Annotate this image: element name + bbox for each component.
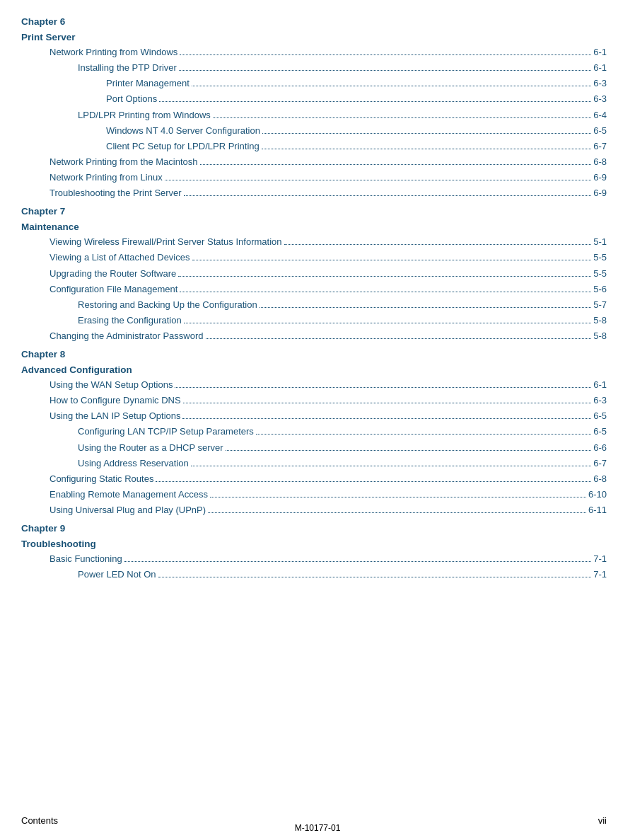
toc-entry-text: Using Universal Plug and Play (UPnP) (49, 502, 206, 518)
toc-entry-text: Upgrading the Router Software (49, 266, 176, 282)
toc-dots (256, 434, 591, 435)
toc-dots (156, 481, 591, 482)
toc-entry: How to Configure Dynamic DNS6-3 (21, 393, 607, 408)
toc-dots (262, 149, 591, 149)
toc-dots (183, 403, 592, 403)
chapter-label-ch8: Chapter 8 (21, 347, 607, 362)
toc-entry: Printer Management6-3 (21, 76, 607, 91)
toc-page-number: 5-8 (593, 328, 607, 344)
toc-entry: Configuration File Management5-6 (21, 282, 607, 297)
toc-page-number: 6-7 (593, 139, 607, 154)
toc-page-number: 6-5 (593, 424, 607, 439)
toc-dots (226, 450, 592, 451)
chapter-block-ch9: Chapter 9TroubleshootingBasic Functionin… (21, 521, 607, 582)
footer-doc-number: M-10177-01 (295, 823, 341, 833)
chapter-title-ch8: Advanced Configuration (21, 362, 607, 378)
toc-dots (180, 292, 591, 292)
toc-entry-text: Configuring LAN TCP/IP Setup Parameters (78, 424, 254, 439)
toc-page-number: 6-5 (593, 408, 607, 424)
toc-entry-text: Viewing a List of Attached Devices (49, 250, 190, 265)
toc-dots (178, 276, 591, 277)
toc-entry-text: Changing the Administrator Password (49, 328, 204, 344)
toc-page-number: 6-1 (593, 377, 607, 393)
toc-entry-text: Network Printing from Windows (49, 45, 177, 60)
chapter-block-ch6: Chapter 6Print ServerNetwork Printing fr… (21, 14, 607, 201)
toc-dots (213, 117, 591, 118)
toc-page-number: 7-1 (593, 551, 607, 567)
toc-entry: LPD/LPR Printing from Windows6-4 (21, 108, 607, 123)
toc-dots (200, 164, 592, 165)
toc-entry-text: Power LED Not On (78, 567, 156, 582)
toc-entry: Restoring and Backing Up the Configurati… (21, 297, 607, 313)
toc-dots (210, 497, 586, 497)
toc-dots (184, 195, 592, 196)
chapter-label-ch7: Chapter 7 (21, 204, 607, 219)
toc-page-number: 6-8 (593, 471, 607, 487)
toc-entry: Using the LAN IP Setup Options6-5 (21, 408, 607, 424)
toc-entry-text: Viewing Wireless Firewall/Print Server S… (49, 234, 282, 250)
toc-page-number: 5-7 (593, 297, 607, 313)
toc-entry: Configuring Static Routes6-8 (21, 471, 607, 487)
toc-entry-text: LPD/LPR Printing from Windows (78, 108, 211, 123)
toc-entry-text: Printer Management (106, 76, 190, 91)
toc-entry: Port Options6-3 (21, 91, 607, 107)
toc-dots (182, 418, 591, 419)
chapter-title-ch7: Maintenance (21, 219, 607, 235)
toc-entry-text: Windows NT 4.0 Server Configuration (106, 123, 260, 139)
chapter-title-ch9: Troubleshooting (21, 536, 607, 552)
toc-entry-text: Using the Router as a DHCP server (78, 440, 223, 456)
toc-page-number: 6-8 (593, 154, 607, 170)
toc-entry: Using the Router as a DHCP server6-6 (21, 440, 607, 456)
toc-page-number: 6-3 (593, 76, 607, 91)
toc-dots (262, 133, 591, 134)
toc-page-number: 6-4 (593, 108, 607, 123)
toc-dots (180, 54, 591, 55)
toc-entry-text: Basic Functioning (49, 551, 122, 567)
toc-entry: Network Printing from the Macintosh6-8 (21, 154, 607, 170)
toc-page-number: 5-6 (593, 282, 607, 297)
chapter-label-ch6: Chapter 6 (21, 14, 607, 30)
toc-entry: Configuring LAN TCP/IP Setup Parameters6… (21, 424, 607, 439)
toc-dots (158, 577, 592, 577)
toc-entry: Viewing a List of Attached Devices5-5 (21, 250, 607, 265)
chapter-block-ch7: Chapter 7MaintenanceViewing Wireless Fir… (21, 204, 607, 344)
toc-entry: Using Address Reservation6-7 (21, 456, 607, 471)
toc-entry-text: Troubleshooting the Print Server (49, 185, 182, 201)
toc-dots (124, 561, 592, 562)
toc-entry-text: Erasing the Configuration (78, 313, 182, 328)
toc-entry-text: Network Printing from the Macintosh (49, 154, 198, 170)
toc-dots (159, 101, 591, 102)
toc-dots (165, 180, 592, 180)
toc-entry: Erasing the Configuration5-8 (21, 313, 607, 328)
toc-entry-text: Network Printing from Linux (49, 170, 163, 185)
toc-page-number: 6-7 (593, 456, 607, 471)
toc-page-number: 6-9 (593, 185, 607, 201)
toc-dots (179, 70, 591, 71)
toc-page-number: 6-6 (593, 440, 607, 456)
toc-page-number: 6-10 (588, 487, 607, 502)
toc-entry: Client PC Setup for LPD/LPR Printing6-7 (21, 139, 607, 154)
toc-entry: Network Printing from Windows6-1 (21, 45, 607, 60)
toc-dots (191, 466, 591, 466)
toc-page-number: 6-1 (593, 45, 607, 60)
chapter-block-ch8: Chapter 8Advanced ConfigurationUsing the… (21, 347, 607, 518)
toc-entry-text: Configuring Static Routes (49, 471, 153, 487)
toc-page-number: 5-1 (593, 234, 607, 250)
toc-dots (175, 387, 591, 388)
toc-page-number: 5-5 (593, 266, 607, 282)
toc-dots (192, 260, 592, 260)
toc-entry: Basic Functioning7-1 (21, 551, 607, 567)
toc-entry-text: Using the WAN Setup Options (49, 377, 173, 393)
toc-entry: Installing the PTP Driver6-1 (21, 60, 607, 76)
toc-entry: Troubleshooting the Print Server6-9 (21, 185, 607, 201)
toc-page-number: 7-1 (593, 567, 607, 582)
toc-entry: Windows NT 4.0 Server Configuration6-5 (21, 123, 607, 139)
toc-entry: Using Universal Plug and Play (UPnP)6-11 (21, 502, 607, 518)
toc-page-number: 6-11 (588, 502, 607, 518)
toc-dots (206, 338, 592, 339)
toc-entry-text: Using Address Reservation (78, 456, 189, 471)
chapter-title-ch6: Print Server (21, 30, 607, 45)
toc-entry: Power LED Not On7-1 (21, 567, 607, 582)
toc-page-number: 6-5 (593, 123, 607, 139)
toc-page-number: 5-8 (593, 313, 607, 328)
